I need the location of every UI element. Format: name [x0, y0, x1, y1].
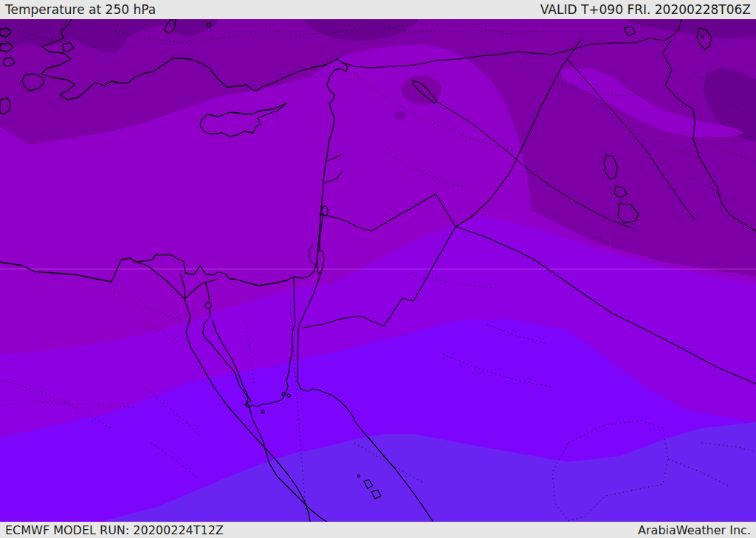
footer-bar: ECMWF MODEL RUN: 20200224T12Z ArabiaWeat… — [0, 522, 756, 538]
weather-map-screen: Temperature at 250 hPa VALID T+090 FRI. … — [0, 0, 756, 538]
valid-time-label: VALID T+090 FRI. 20200228T06Z — [540, 2, 751, 17]
brand-label: ArabiaWeather Inc. — [638, 523, 751, 537]
header-bar: Temperature at 250 hPa VALID T+090 FRI. … — [0, 0, 756, 19]
model-run-label: ECMWF MODEL RUN: 20200224T12Z — [5, 523, 224, 537]
map-title: Temperature at 250 hPa — [5, 2, 156, 17]
weather-map — [0, 0, 756, 538]
band-very-cold-pocket — [402, 75, 441, 105]
band-very-cold-pocket-small — [394, 111, 406, 120]
